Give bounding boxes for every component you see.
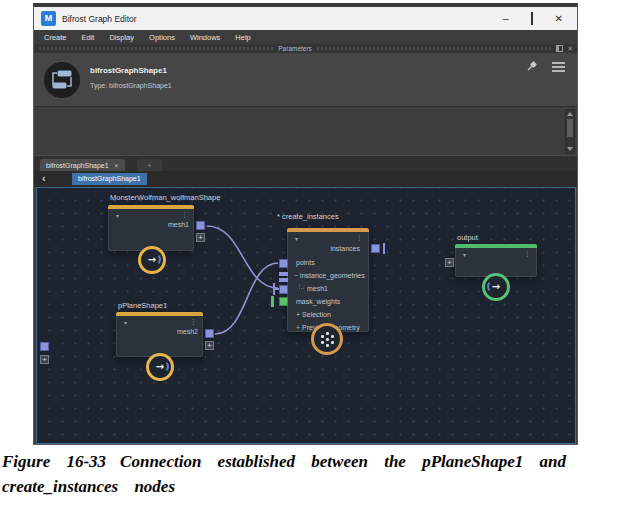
figure-caption: Figure 16-33Connection established betwe…	[2, 449, 634, 499]
maximize-button[interactable]	[531, 14, 533, 24]
monster-node-title: MonsterWolfman_wolfmanShape	[110, 193, 220, 202]
tree-branch-icon	[299, 284, 304, 289]
port-mesh1-in[interactable]	[279, 285, 288, 294]
port-instance-geometries-in[interactable]	[279, 278, 288, 282]
expand-toggle[interactable]: +	[296, 324, 300, 331]
node-monsterwolfman-wolfmanshape[interactable]: ▾ ⋮ mesh1	[108, 205, 194, 251]
port-instance-geometries-in[interactable]	[279, 272, 288, 276]
scroll-down-icon[interactable]	[567, 147, 573, 151]
port-label-selection: +Selection	[296, 311, 331, 318]
menu-windows[interactable]: Windows	[190, 33, 220, 42]
float-panel-icon[interactable]	[556, 45, 563, 52]
points-icon	[321, 335, 324, 338]
row-label: instance_geometries	[300, 272, 365, 279]
port-label-points: points	[296, 259, 315, 266]
dock-grip	[39, 47, 273, 50]
monster-node-preview-toggle[interactable]: →	[138, 246, 166, 274]
collapse-toggle[interactable]: −	[294, 272, 298, 279]
arc-icon	[487, 280, 500, 293]
port-mesh1-out[interactable]	[196, 221, 205, 230]
menu-options[interactable]: Options	[149, 33, 175, 42]
figure-number: Figure 16-33	[2, 452, 106, 471]
node-menu-icon[interactable]: ⋮	[190, 318, 197, 326]
node-menu-icon[interactable]: ⋮	[524, 250, 531, 258]
port-label-mesh2: mesh2	[177, 328, 198, 335]
graph-shape-icon	[44, 62, 80, 98]
menu-create[interactable]: Create	[44, 33, 67, 42]
create-instances-preview-toggle[interactable]	[311, 323, 343, 355]
back-arrow-icon[interactable]: ‹	[42, 172, 46, 184]
menu-display[interactable]: Display	[109, 33, 134, 42]
graph-input-port[interactable]	[40, 342, 49, 351]
menu-bar: Create Edit Display Options Windows Help	[34, 30, 577, 44]
breadcrumb-item[interactable]: bifrostGraphShape1	[72, 173, 147, 185]
node-header-bar	[116, 312, 203, 316]
collapse-caret-icon[interactable]: ▾	[463, 251, 466, 258]
add-port-button[interactable]: +	[205, 341, 214, 350]
wire-mesh1-to-instance-geometries	[207, 226, 278, 288]
collapse-caret-icon[interactable]: ▾	[295, 235, 298, 242]
dirty-marker: *	[277, 212, 280, 221]
port-points-in[interactable]	[279, 259, 288, 268]
node-header-bar	[108, 205, 194, 209]
arc-icon	[148, 253, 161, 266]
tab-close-icon[interactable]: ✕	[114, 162, 119, 169]
collapse-caret-icon[interactable]: ▾	[116, 212, 119, 219]
parameters-content: bifrostGraphShape1 Type: bifrostGraphSha…	[34, 53, 577, 106]
collapse-caret-icon[interactable]: ▾	[124, 319, 127, 326]
points-icon	[326, 338, 329, 341]
panel-menu-icon[interactable]	[552, 62, 565, 74]
menu-help[interactable]: Help	[235, 33, 250, 42]
breadcrumb-bar: ‹ bifrostGraphShape1	[34, 171, 577, 187]
dock-grip	[317, 47, 551, 50]
output-node-preview-toggle[interactable]: →	[482, 273, 510, 301]
caption-line1: Connection established between the pPlan…	[120, 452, 566, 471]
node-type-badge	[44, 62, 80, 98]
node-menu-icon[interactable]: ⋮	[356, 234, 363, 242]
expand-toggle[interactable]: +	[296, 311, 300, 318]
add-port-button[interactable]: +	[445, 258, 454, 267]
port-mask-weights-in[interactable]	[279, 297, 288, 306]
row-label: Selection	[302, 311, 331, 318]
port-instances-out[interactable]	[371, 244, 380, 253]
port-label-instance-geometries: −instance_geometries	[294, 272, 365, 279]
arc-icon	[156, 360, 169, 373]
port-label-mask-weights: mask_weights	[296, 298, 340, 305]
points-icon	[321, 341, 324, 344]
scrollbar-thumb[interactable]	[567, 119, 573, 137]
create-instances-node-title: * create_instances	[277, 212, 339, 221]
maximize-icon	[531, 12, 533, 25]
close-panel-icon[interactable]: ✕	[567, 45, 573, 52]
caption-line2: create_instances nodes	[2, 474, 634, 499]
points-icon	[331, 335, 334, 338]
port-label-mesh1: mesh1	[168, 221, 189, 228]
bifrost-graph-editor-window: M Bifrost Graph Editor – ✕ Create Edit D…	[33, 3, 578, 445]
vertical-scrollbar[interactable]	[565, 109, 575, 154]
add-port-button[interactable]: +	[196, 233, 205, 242]
scroll-up-icon[interactable]	[567, 112, 573, 116]
node-menu-icon[interactable]: ⋮	[181, 211, 188, 219]
node-header-bar	[287, 228, 369, 232]
plane-node-preview-toggle[interactable]: →	[146, 353, 174, 381]
parameters-panel-header[interactable]: Parameters ✕	[34, 44, 577, 53]
node-header-bar	[455, 244, 537, 248]
page: M Bifrost Graph Editor – ✕ Create Edit D…	[0, 0, 635, 507]
port-label-instances: instances	[330, 245, 360, 252]
port-instances-bar	[383, 243, 385, 254]
node-title-text: create_instances	[282, 212, 339, 221]
node-graph-canvas[interactable]: + MonsterWolfman_wolfmanShape ▾ ⋮ mesh1 …	[36, 187, 576, 444]
minimize-button[interactable]: –	[503, 14, 509, 24]
pin-icon[interactable]	[525, 61, 537, 73]
window-title: Bifrost Graph Editor	[62, 14, 137, 24]
close-button[interactable]: ✕	[555, 14, 563, 24]
node-pplaneshape1[interactable]: ▾ ⋮ mesh2	[116, 312, 203, 357]
selected-node-type: Type: bifrostGraphShape1	[90, 82, 172, 89]
selected-node-name: bifrostGraphShape1	[90, 66, 167, 75]
parameters-panel-title: Parameters	[278, 45, 312, 52]
menu-edit[interactable]: Edit	[82, 33, 95, 42]
port-mesh2-out[interactable]	[205, 329, 214, 338]
parameters-scroll-area	[34, 106, 577, 155]
graph-add-input-button[interactable]: +	[40, 355, 49, 364]
points-icon	[326, 332, 329, 335]
node-create-instances[interactable]: ▾ ⋮ instances points −instance_geometrie…	[287, 228, 369, 332]
